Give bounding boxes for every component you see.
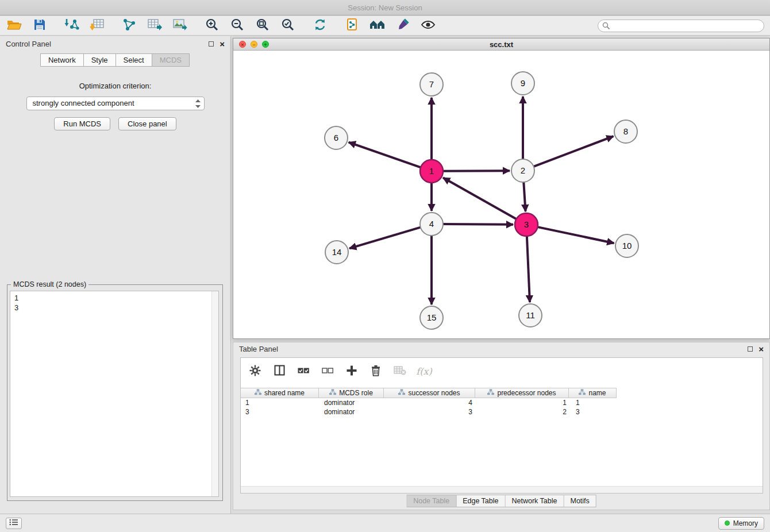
graph-node-label-10: 10 [622,241,632,250]
close-panel-icon[interactable]: × [220,41,225,47]
table-cell[interactable]: 1 [241,398,319,407]
refresh-button[interactable] [310,18,330,34]
table-cell[interactable]: 3 [571,407,619,417]
network-table-export-button[interactable] [145,18,164,34]
zoom-out-button[interactable] [228,18,247,34]
select-all-button[interactable] [297,365,310,377]
memory-button[interactable]: Memory [718,517,764,530]
tab-style[interactable]: Style [83,53,116,67]
memory-status-icon [725,521,730,526]
table-cell[interactable]: 1 [477,398,571,407]
network-share-button[interactable] [120,18,139,34]
tab-node-table[interactable]: Node Table [407,495,456,507]
open-session-button[interactable] [5,18,24,34]
refresh-icon [313,18,327,33]
tab-select[interactable]: Select [116,53,152,67]
float-panel-icon[interactable] [209,41,214,47]
result-scrollbar[interactable] [211,291,218,496]
table-row[interactable]: 1dominator411 [241,398,619,407]
table-settings-button[interactable] [249,365,261,377]
table-cell[interactable]: 1 [571,398,619,407]
list-icon [9,519,18,527]
sort-tree-icon [255,389,261,397]
tab-motifs[interactable]: Motifs [564,495,595,507]
table-cell[interactable]: 4 [385,398,477,407]
open-folder-icon [7,18,22,33]
save-session-button[interactable] [30,18,49,34]
table-row[interactable]: 3dominator323 [241,407,619,417]
zoom-window-icon[interactable]: + [262,41,269,48]
result-line[interactable]: 3 [10,303,218,313]
optimization-select[interactable]: strongly connected component [26,97,205,110]
function-builder-button[interactable]: f(x) [418,365,430,377]
zoom-selected-button[interactable] [278,18,298,34]
result-line[interactable]: 1 [10,293,218,303]
search-input[interactable] [598,20,764,32]
network-graph: 7968124310141511 [233,51,769,338]
edge-2-8[interactable] [534,136,614,167]
main-toolbar [0,16,770,36]
edge-3-10[interactable] [538,227,614,243]
table-horizontal-scrollbar[interactable] [241,486,763,493]
zoom-fit-button[interactable] [253,18,272,34]
columns-icon [274,365,285,377]
delete-column-button[interactable] [369,365,382,377]
column-header-predecessor-nodes[interactable]: predecessor nodes [475,388,569,398]
tab-network-table[interactable]: Network Table [506,495,564,507]
paint-style-button[interactable] [393,18,413,34]
tab-network[interactable]: Network [40,53,84,67]
column-header-name[interactable]: name [568,388,617,398]
control-panel-title: Control Panel [6,40,51,48]
show-hide-button[interactable] [418,18,438,34]
task-history-button[interactable] [6,518,22,529]
network-canvas[interactable]: 7968124310141511 [233,51,769,338]
unselect-all-button[interactable] [321,365,334,377]
column-header-shared-name[interactable]: shared name [240,388,319,398]
table-cell[interactable]: 3 [241,407,319,417]
table-cell[interactable]: dominator [319,398,385,407]
first-neighbors-button[interactable] [368,18,387,34]
edge-1-2[interactable] [443,171,510,171]
delete-table-button[interactable] [394,365,406,377]
table-panel-title: Table Panel [239,345,278,353]
tab-mcds[interactable]: MCDS [152,53,190,67]
edge-1-6[interactable] [349,142,421,168]
graph-node-label-6: 6 [334,133,338,142]
export-image-button[interactable] [170,18,190,34]
close-table-panel-icon[interactable]: × [759,346,764,352]
mcds-result-list[interactable]: 13 [10,291,219,497]
network-window-titlebar[interactable]: × − + scc.txt [233,38,769,51]
import-network-button[interactable] [62,18,82,34]
show-columns-button[interactable] [273,365,286,377]
gear-icon [249,365,261,378]
edge-2-3[interactable] [523,182,525,211]
optimization-select-value: strongly connected component [33,99,134,107]
edge-4-3[interactable] [443,224,513,225]
table-cell[interactable]: dominator [319,407,385,417]
table-panel: Table Panel × [233,342,770,510]
search-field [598,20,764,32]
import-table-button[interactable] [87,18,107,34]
edge-3-11[interactable] [527,236,530,302]
add-column-button[interactable] [345,365,358,377]
zoom-out-icon [230,18,244,33]
table-tabs: Node TableEdge TableNetwork TableMotifs [406,495,596,507]
sort-tree-icon [398,389,405,397]
close-window-icon[interactable]: × [239,41,246,48]
zoom-in-button[interactable] [202,18,222,34]
graph-node-label-15: 15 [427,313,437,322]
float-table-panel-icon[interactable] [748,346,753,352]
minimize-window-icon[interactable]: − [251,41,257,48]
column-header-mcds-role[interactable]: MCDS role [318,388,384,398]
column-header-successor-nodes[interactable]: successor nodes [383,388,475,398]
table-cell[interactable]: 3 [385,407,477,417]
table-cell[interactable]: 2 [477,407,571,417]
edge-3-1[interactable] [443,178,517,219]
clone-network-button[interactable] [342,18,362,34]
tab-edge-table[interactable]: Edge Table [456,495,505,507]
run-mcds-button[interactable]: Run MCDS [54,117,110,130]
graph-node-label-3: 3 [524,219,529,229]
close-panel-button[interactable]: Close panel [118,117,176,130]
edge-4-14[interactable] [349,228,421,249]
table-header-row: shared nameMCDS rolesuccessor nodesprede… [241,388,617,398]
